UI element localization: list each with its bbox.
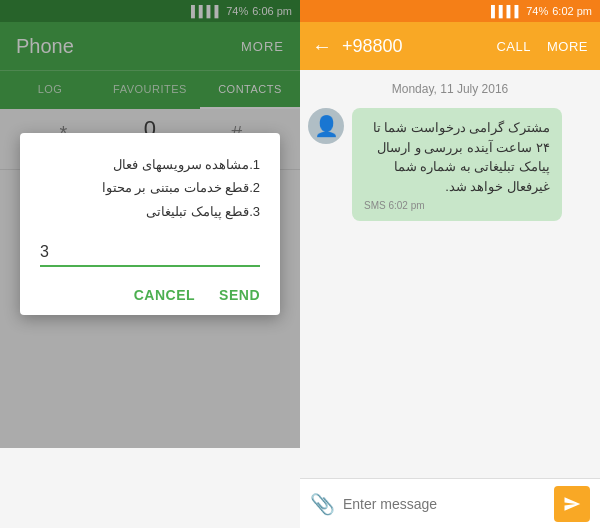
right-battery: 74% [526, 5, 548, 17]
send-icon [563, 495, 581, 513]
more-action-button[interactable]: MORE [547, 39, 588, 54]
dialog-line-3: 3.قطع پیامک تبلیغاتی [40, 200, 260, 223]
back-button[interactable]: ← [312, 35, 332, 58]
dialog-overlay: 1.مشاهده سرویسهای فعال 2.قطع خدمات مبتنی… [0, 0, 300, 448]
chat-input-bar: 📎 [300, 478, 600, 528]
right-time: 6:02 pm [552, 5, 592, 17]
contact-number: +98800 [342, 36, 486, 57]
right-header: ← +98800 CALL MORE [300, 22, 600, 70]
avatar-icon: 👤 [314, 114, 339, 138]
dialog: 1.مشاهده سرویسهای فعال 2.قطع خدمات مبتنی… [20, 133, 280, 315]
right-header-actions: CALL MORE [496, 39, 588, 54]
dialog-actions: CANCEL SEND [40, 287, 260, 303]
send-message-button[interactable] [554, 486, 590, 522]
attach-icon[interactable]: 📎 [310, 492, 335, 516]
chat-area: Monday, 11 July 2016 👤 مشترک گرامی درخوا… [300, 70, 600, 478]
chat-date: Monday, 11 July 2016 [308, 82, 592, 96]
right-signal-icon: ▌▌▌▌ [491, 5, 522, 17]
dialog-line-1: 1.مشاهده سرویسهای فعال [40, 153, 260, 176]
send-button[interactable]: SEND [219, 287, 260, 303]
right-panel: ▌▌▌▌ 74% 6:02 pm ← +98800 CALL MORE Mond… [300, 0, 600, 528]
avatar: 👤 [308, 108, 344, 144]
message-input[interactable] [343, 496, 546, 512]
dialog-input[interactable] [40, 243, 260, 261]
message-time: SMS 6:02 pm [364, 200, 550, 211]
dialog-line-2: 2.قطع خدمات مبتنی بر محتوا [40, 176, 260, 199]
cancel-button[interactable]: CANCEL [134, 287, 195, 303]
dialog-content: 1.مشاهده سرویسهای فعال 2.قطع خدمات مبتنی… [40, 153, 260, 223]
left-panel: ▌▌▌▌ 74% 6:06 pm Phone MORE LOG FAVOURIT… [0, 0, 300, 528]
right-status-bar: ▌▌▌▌ 74% 6:02 pm [300, 0, 600, 22]
message-row: 👤 مشترک گرامی درخواست شما تا ۲۴ ساعت آین… [308, 108, 592, 221]
message-text: مشترک گرامی درخواست شما تا ۲۴ ساعت آینده… [364, 118, 550, 196]
dialog-input-row [40, 243, 260, 267]
call-action-button[interactable]: CALL [496, 39, 531, 54]
message-bubble: مشترک گرامی درخواست شما تا ۲۴ ساعت آینده… [352, 108, 562, 221]
